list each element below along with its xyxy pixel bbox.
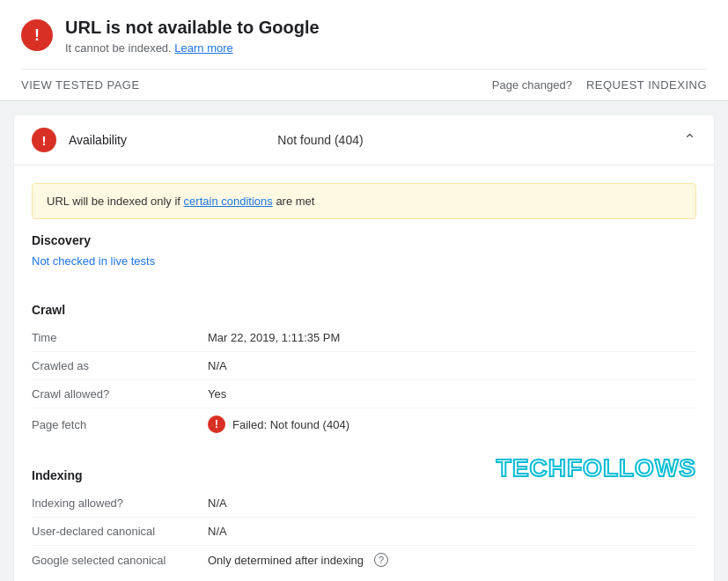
action-right: Page changed? REQUEST INDEXING — [492, 78, 707, 92]
main-content: ! Availability Not found (404) ⌃ URL wil… — [0, 101, 728, 581]
indexing-section: Indexing Indexing allowed?N/AUser-declar… — [14, 468, 714, 581]
not-checked-label: Not checked in live tests — [32, 254, 696, 268]
table-row: User-declared canonicalN/A — [32, 518, 696, 546]
info-value: N/A — [208, 359, 696, 372]
certain-conditions-link[interactable]: certain conditions — [184, 195, 273, 208]
info-value: Mar 22, 2019, 1:11:35 PM — [208, 331, 696, 344]
info-value: N/A — [208, 496, 696, 510]
info-label: Page fetch — [32, 418, 208, 431]
availability-label: Availability — [69, 133, 265, 147]
availability-icon: ! — [32, 128, 56, 152]
page-changed-label: Page changed? — [492, 78, 572, 92]
table-row: Crawled asN/A — [32, 352, 696, 380]
info-label: Google selected canonical — [32, 554, 208, 567]
table-row: Crawl allowed?Yes — [32, 380, 696, 408]
table-row: Google selected canonicalOnly determined… — [32, 546, 696, 574]
info-label: Indexing allowed? — [32, 496, 208, 510]
info-icon: ? — [374, 553, 388, 567]
chevron-up-icon[interactable]: ⌃ — [683, 130, 696, 150]
top-card-actions: VIEW TESTED PAGE Page changed? REQUEST I… — [21, 69, 707, 100]
info-value: Only determined after indexing? — [208, 553, 696, 567]
info-label: Crawl allowed? — [32, 387, 208, 401]
page-subtitle: It cannot be indexed. Learn more — [65, 41, 320, 55]
availability-status: Not found (404) — [277, 133, 671, 147]
info-label: Crawled as — [32, 359, 208, 372]
info-value: Yes — [208, 387, 696, 401]
page-title: URL is not available to Google — [65, 18, 320, 38]
info-label: User-declared canonical — [32, 525, 208, 538]
view-tested-page-button[interactable]: VIEW TESTED PAGE — [21, 78, 140, 92]
detail-card: ! Availability Not found (404) ⌃ URL wil… — [14, 115, 714, 581]
availability-row: ! Availability Not found (404) ⌃ — [14, 115, 714, 165]
top-card-text: URL is not available to Google It cannot… — [65, 18, 320, 55]
learn-more-link[interactable]: Learn more — [174, 41, 232, 55]
request-indexing-button[interactable]: REQUEST INDEXING — [586, 78, 707, 92]
crawl-title: Crawl — [32, 303, 696, 317]
warning-banner: URL will be indexed only if certain cond… — [32, 183, 696, 219]
error-icon: ! — [208, 416, 225, 433]
info-value: !Failed: Not found (404) — [208, 416, 696, 433]
info-value: N/A — [208, 525, 696, 538]
info-label: Time — [32, 331, 208, 344]
indexing-table: Indexing allowed?N/AUser-declared canoni… — [32, 489, 696, 574]
crawl-table: TimeMar 22, 2019, 1:11:35 PMCrawled asN/… — [32, 324, 696, 440]
detail-card-wrapper: ! Availability Not found (404) ⌃ URL wil… — [14, 115, 714, 581]
table-row: TimeMar 22, 2019, 1:11:35 PM — [32, 324, 696, 352]
discovery-title: Discovery — [32, 233, 696, 247]
top-card: ! URL is not available to Google It cann… — [0, 0, 728, 101]
top-card-header: ! URL is not available to Google It cann… — [21, 18, 707, 69]
table-row: Page fetch!Failed: Not found (404) — [32, 408, 696, 440]
error-icon: ! — [21, 19, 53, 51]
discovery-section: Discovery Not checked in live tests — [14, 233, 714, 289]
crawl-section: Crawl TimeMar 22, 2019, 1:11:35 PMCrawle… — [14, 303, 714, 454]
table-row: Indexing allowed?N/A — [32, 489, 696, 518]
indexing-title: Indexing — [32, 468, 696, 482]
